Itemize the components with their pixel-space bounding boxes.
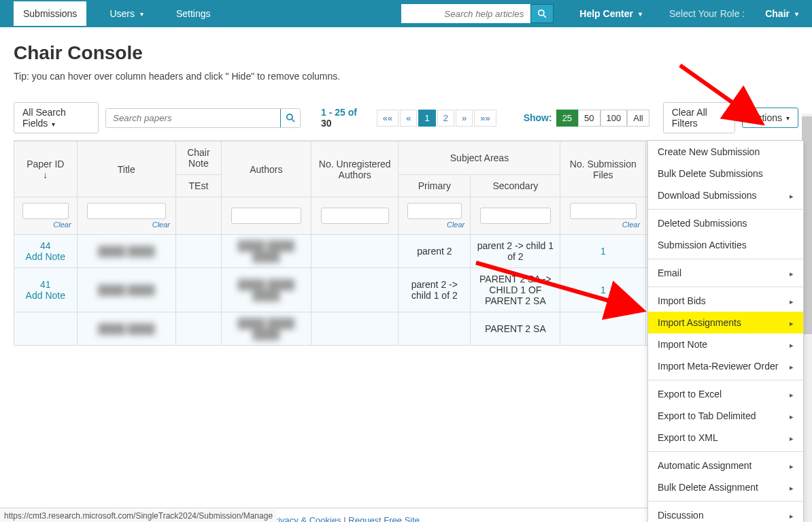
primary-cell: parent 2 -> child 1 of 2 (399, 268, 471, 312)
col-unreg[interactable]: No. Unregistered Authors (311, 142, 399, 197)
col-subject-areas[interactable]: Subject Areas (399, 142, 560, 175)
pager: «««12»»» (377, 110, 496, 127)
pager-«[interactable]: « (400, 110, 417, 127)
add-note-link[interactable]: Add Note (20, 251, 71, 262)
filter-unreg[interactable] (311, 197, 399, 235)
sub-files-cell[interactable]: 1 (560, 268, 646, 312)
search-field-dropdown[interactable]: All Search Fields (14, 102, 99, 133)
menu-import-bids[interactable]: Import Bids (648, 290, 803, 312)
actions-button[interactable]: Actions ▾ (742, 108, 798, 128)
filter-sub-files[interactable]: Clear (560, 197, 646, 235)
unreg-cell (311, 235, 399, 268)
menu-bulk-delete-submissions[interactable]: Bulk Delete Submissions (648, 163, 803, 184)
authors-cell: ████ ████████ (227, 279, 305, 301)
menu-import-note[interactable]: Import Note (648, 333, 803, 355)
menu-import-meta-reviewer-order[interactable]: Import Meta-Reviewer Order (648, 355, 803, 377)
title-cell: ████ ████ (83, 246, 170, 257)
filter-primary[interactable]: Clear (399, 197, 471, 235)
menu-import-assignments[interactable]: Import Assignments (648, 312, 803, 333)
menu-bulk-delete-assignment[interactable]: Bulk Delete Assignment (648, 476, 803, 498)
secondary-cell: PARENT 2 SA -> CHILD 1 OF PARENT 2 SA (471, 268, 560, 312)
actions-menu: Create New Submission Bulk Delete Submis… (647, 140, 804, 522)
chair-note-cell (176, 312, 222, 346)
search-papers-input[interactable] (106, 109, 280, 127)
filter-chair-note[interactable] (176, 197, 222, 235)
show-50[interactable]: 50 (578, 110, 600, 127)
unreg-cell (311, 312, 399, 346)
nav-settings[interactable]: Settings (167, 1, 220, 26)
footer-request[interactable]: Request Free Site (348, 515, 420, 522)
col-sub-files[interactable]: No. Submission Files (560, 142, 646, 197)
col-secondary[interactable]: Secondary (471, 175, 560, 197)
role-label: Select Your Role : (669, 8, 745, 19)
footer-privacy[interactable]: Privacy & Cookies (269, 515, 341, 522)
pager-««[interactable]: «« (377, 110, 399, 127)
filter-title[interactable]: Clear (77, 197, 175, 235)
col-chair-note[interactable]: Chair Note (176, 142, 222, 175)
secondary-cell: PARENT 2 SA (471, 312, 560, 346)
paper-id-link[interactable]: 44 (20, 240, 71, 251)
menu-export-excel[interactable]: Export to Excel (648, 383, 803, 405)
menu-discussion[interactable]: Discussion (648, 504, 803, 522)
filter-authors[interactable] (221, 197, 311, 235)
tip-text: Tip: you can hover over column headers a… (14, 71, 798, 82)
sub-files-cell[interactable]: 1 (560, 235, 646, 268)
primary-cell (399, 312, 471, 346)
top-nav: Submissions Users Settings Help Center S… (0, 0, 812, 27)
nav-submissions[interactable]: Submissions (14, 1, 86, 26)
title-cell: ████ ████ (83, 323, 170, 334)
pager-»[interactable]: » (456, 110, 473, 127)
primary-cell: parent 2 (399, 235, 471, 268)
menu-create-submission[interactable]: Create New Submission (648, 141, 803, 163)
show-100[interactable]: 100 (600, 110, 628, 127)
nav-users[interactable]: Users (100, 1, 153, 26)
pager-»»[interactable]: »» (474, 110, 496, 127)
menu-email[interactable]: Email (648, 262, 803, 284)
role-selector[interactable]: Chair (765, 8, 798, 19)
secondary-cell: parent 2 -> child 1 of 2 (471, 235, 560, 268)
col-test[interactable]: TEst (176, 175, 222, 197)
paper-id-link[interactable]: 41 (20, 279, 71, 290)
svg-line-1 (543, 15, 546, 18)
help-search-input[interactable] (401, 4, 530, 23)
status-bar-url: https://cmt3.research.microsoft.com/Sing… (0, 510, 277, 522)
show-All[interactable]: All (627, 110, 649, 127)
svg-line-3 (292, 119, 294, 122)
clear-all-filters-button[interactable]: Clear All Filters (663, 102, 735, 133)
help-search-button[interactable] (530, 4, 554, 23)
filter-toolbar: All Search Fields 1 - 25 of 30 «««12»»» … (14, 102, 798, 133)
authors-cell: ████ ████████ (227, 240, 305, 262)
show-group: Show: 2550100All (524, 112, 649, 123)
menu-export-xml[interactable]: Export to XML (648, 427, 803, 448)
pager-info: 1 - 25 of 30 (321, 107, 363, 129)
help-center-menu[interactable]: Help Center (579, 8, 642, 19)
filter-secondary[interactable] (471, 197, 560, 235)
title-cell: ████ ████ (83, 284, 170, 295)
filter-paper-id[interactable]: Clear (14, 197, 78, 235)
sub-files-cell[interactable] (560, 312, 646, 346)
chair-note-cell (176, 235, 222, 268)
menu-deleted-submissions[interactable]: Deleted Submissions (648, 212, 803, 234)
unreg-cell (311, 268, 399, 312)
chair-note-cell (176, 268, 222, 312)
show-25[interactable]: 25 (556, 110, 578, 127)
menu-export-tab[interactable]: Export to Tab Delimited (648, 405, 803, 427)
menu-submission-activities[interactable]: Submission Activities (648, 234, 803, 256)
help-search (401, 4, 554, 23)
col-primary[interactable]: Primary (399, 175, 471, 197)
page-title: Chair Console (14, 42, 798, 64)
add-note-link[interactable]: Add Note (20, 290, 71, 301)
search-papers (105, 108, 301, 128)
col-paper-id[interactable]: Paper ID↓ (14, 142, 78, 197)
col-title[interactable]: Title (77, 142, 175, 197)
col-authors[interactable]: Authors (221, 142, 311, 197)
menu-automatic-assignment[interactable]: Automatic Assignment (648, 455, 803, 476)
authors-cell: ████ ████████ (227, 318, 305, 340)
search-papers-button[interactable] (280, 109, 300, 127)
svg-point-2 (287, 114, 292, 120)
pager-2[interactable]: 2 (437, 110, 454, 127)
show-label: Show: (524, 112, 552, 123)
pager-1[interactable]: 1 (418, 110, 435, 127)
svg-point-0 (539, 10, 544, 16)
menu-download-submissions[interactable]: Download Submissions (648, 184, 803, 206)
